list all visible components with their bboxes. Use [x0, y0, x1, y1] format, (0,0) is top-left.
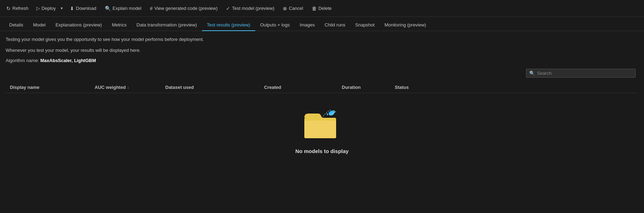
refresh-icon: ↻: [6, 6, 11, 11]
col-duration-label: Duration: [342, 85, 360, 90]
col-header-created: Created: [264, 85, 342, 90]
svg-marker-6: [327, 113, 328, 116]
algorithm-line: Algorithm name: MaxAbsScaler, LightGBM: [6, 58, 638, 63]
delete-button[interactable]: 🗑 Delete: [308, 4, 335, 13]
cancel-label: Cancel: [289, 6, 303, 11]
explain-model-button[interactable]: 🔍 Explain model: [101, 4, 145, 13]
view-code-label: View generated code (preview): [154, 6, 217, 11]
col-auc-label: AUC weighted: [95, 85, 126, 90]
cancel-button[interactable]: ⊗ Cancel: [279, 4, 306, 13]
main-content: Testing your model gives you the opportu…: [0, 31, 644, 173]
results-table: Display name AUC weighted ↓ Dataset used…: [6, 82, 638, 168]
view-code-button[interactable]: # View generated code (preview): [146, 4, 221, 13]
cancel-icon: ⊗: [283, 6, 287, 11]
deploy-label: Deploy: [42, 6, 56, 11]
deploy-dropdown-button[interactable]: ▾: [59, 4, 65, 13]
col-created-label: Created: [264, 85, 281, 90]
col-header-duration: Duration: [342, 85, 395, 90]
col-header-dataset: Dataset used: [165, 85, 264, 90]
tab-navigation: Details Model Explanations (preview) Met…: [0, 17, 644, 31]
tab-data-transformation[interactable]: Data transformation (preview): [132, 19, 202, 31]
tab-explanations[interactable]: Explanations (preview): [50, 19, 107, 31]
tab-details[interactable]: Details: [4, 19, 28, 31]
deploy-button[interactable]: ▷ Deploy: [34, 4, 59, 13]
search-input[interactable]: [537, 71, 632, 76]
download-label: Download: [76, 6, 96, 11]
download-button[interactable]: ⬇ Download: [66, 4, 100, 13]
refresh-label: Refresh: [12, 6, 29, 11]
col-status-label: Status: [395, 85, 409, 90]
tab-snapshot[interactable]: Snapshot: [350, 19, 380, 31]
search-box: 🔍: [526, 69, 636, 78]
deploy-button-group: ▷ Deploy ▾: [34, 4, 65, 13]
explain-label: Explain model: [113, 6, 142, 11]
empty-folder-icon: [303, 107, 341, 142]
search-icon: 🔍: [105, 6, 111, 11]
check-icon: ✓: [226, 6, 230, 11]
empty-state: No models to display: [6, 93, 638, 168]
download-icon: ⬇: [70, 6, 74, 11]
algorithm-prefix: Algorithm name:: [6, 58, 40, 63]
delete-label: Delete: [318, 6, 332, 11]
test-model-label: Test model (preview): [232, 6, 274, 11]
tab-metrics[interactable]: Metrics: [107, 19, 132, 31]
test-model-button[interactable]: ✓ Test model (preview): [222, 4, 278, 13]
tab-model[interactable]: Model: [28, 19, 50, 31]
sort-down-icon: ↓: [127, 85, 129, 89]
col-header-display-name: Display name: [10, 85, 95, 90]
delete-icon: 🗑: [312, 6, 317, 11]
svg-rect-1: [304, 121, 336, 138]
table-header-row: Display name AUC weighted ↓ Dataset used…: [6, 82, 638, 93]
tab-outputs-logs[interactable]: Outputs + logs: [255, 19, 295, 31]
col-header-auc[interactable]: AUC weighted ↓: [95, 85, 165, 90]
description-line2: Whenever you test your model, your resul…: [6, 47, 638, 54]
search-icon: 🔍: [529, 71, 535, 76]
code-icon: #: [150, 6, 153, 11]
refresh-button[interactable]: ↻ Refresh: [3, 4, 32, 13]
tab-images[interactable]: Images: [295, 19, 320, 31]
search-row: 🔍: [6, 69, 638, 78]
col-display-name-label: Display name: [10, 85, 40, 90]
description-line1: Testing your model gives you the opportu…: [6, 36, 638, 43]
col-dataset-label: Dataset used: [165, 85, 194, 90]
deploy-icon: ▷: [36, 6, 40, 11]
empty-state-message: No models to display: [296, 148, 349, 154]
tab-child-runs[interactable]: Child runs: [320, 19, 350, 31]
svg-marker-4: [335, 111, 336, 112]
toolbar: ↻ Refresh ▷ Deploy ▾ ⬇ Download 🔍 Explai…: [0, 0, 644, 17]
tab-test-results[interactable]: Test results (preview): [202, 19, 255, 31]
chevron-down-icon: ▾: [61, 6, 63, 11]
col-header-status: Status: [395, 85, 448, 90]
tab-monitoring[interactable]: Monitoring (preview): [380, 19, 431, 31]
algorithm-value: MaxAbsScaler, LightGBM: [40, 58, 96, 63]
svg-point-7: [334, 111, 334, 112]
